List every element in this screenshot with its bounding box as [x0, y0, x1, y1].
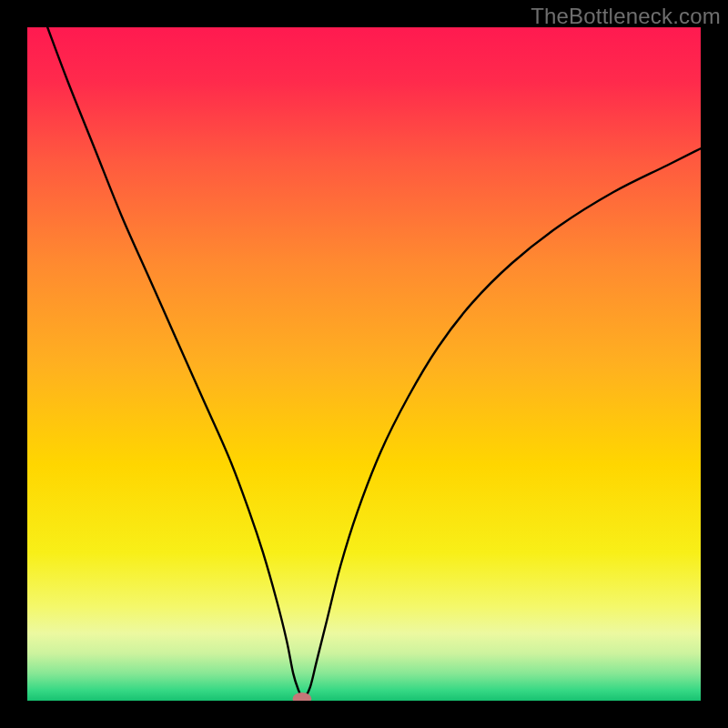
bottleneck-chart: [27, 27, 701, 701]
gradient-background: [27, 27, 701, 701]
watermark-text: TheBottleneck.com: [531, 4, 721, 29]
chart-frame: TheBottleneck.com: [0, 0, 728, 728]
plot-area: [27, 27, 701, 701]
